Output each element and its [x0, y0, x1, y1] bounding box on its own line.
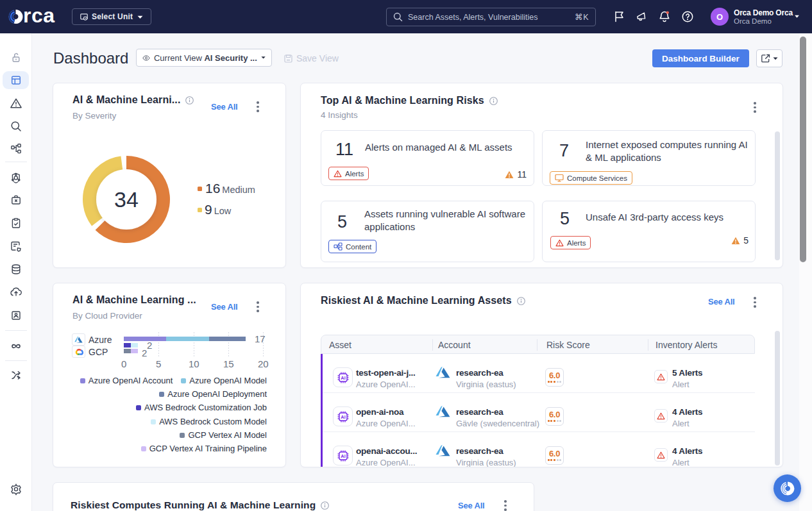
svg-text:AI: AI: [341, 414, 346, 420]
svg-text:AI: AI: [341, 453, 346, 459]
svg-text:AI: AI: [341, 375, 346, 381]
svg-text:34: 34: [114, 187, 139, 212]
